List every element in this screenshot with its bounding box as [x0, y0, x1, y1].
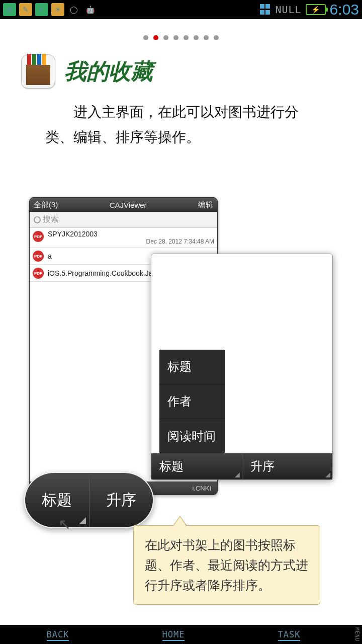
- page-dot[interactable]: [214, 35, 219, 40]
- sort-field-dropdown[interactable]: 标题: [151, 453, 242, 479]
- tutorial-page: 我的收藏 进入主界面，在此可以对图书进行分类、编辑、排序等操作。 全部(3) C…: [0, 19, 362, 625]
- sort-field-dropdown-zoom[interactable]: 标题: [25, 473, 89, 527]
- android-icon: 🤖: [83, 3, 97, 16]
- app-category-count[interactable]: 全部(3): [34, 200, 58, 210]
- nav-back[interactable]: BACK: [0, 629, 116, 639]
- intro-text: 进入主界面，在此可以对图书进行分类、编辑、排序等操作。: [45, 100, 317, 150]
- notif-icon: ☀: [51, 3, 64, 16]
- sort-popup: 标题 作者 阅读时间 标题 升序: [151, 254, 333, 480]
- status-bar-right: NULL ⚡ 6:03: [260, 1, 359, 18]
- battery-icon: ⚡: [306, 4, 326, 15]
- android-nav-bar: BACK HOME TASK MENU: [0, 625, 362, 644]
- list-item[interactable]: PDF SPYJK2012003 Dec 28, 2012 7:34:48 AM: [30, 228, 217, 248]
- status-bar-left: ✿ ✎ ✔ ☀ ◯ 🤖: [3, 3, 97, 16]
- sort-order-dropdown-zoom[interactable]: 升序: [89, 473, 153, 527]
- pdf-icon: PDF: [33, 268, 44, 279]
- apps-icon: [260, 4, 271, 15]
- edit-button[interactable]: 编辑: [198, 200, 213, 210]
- list-item-title: SPYJK2012003: [48, 230, 214, 238]
- notif-icon: ✔: [35, 3, 48, 16]
- charging-icon: ⚡: [311, 6, 320, 14]
- bookshelf-icon: [21, 54, 55, 89]
- app-titlebar: 全部(3) CAJViewer 编辑: [30, 198, 217, 212]
- sort-menu-item[interactable]: 阅读时间: [159, 419, 225, 453]
- page-dot[interactable]: [194, 35, 199, 40]
- sort-order-dropdown[interactable]: 升序: [242, 453, 333, 479]
- status-clock: 6:03: [330, 1, 359, 18]
- list-item-timestamp: Dec 28, 2012 7:34:48 AM: [48, 238, 214, 245]
- page-dot-active[interactable]: [153, 35, 158, 40]
- page-indicator[interactable]: [0, 35, 362, 40]
- pdf-icon: PDF: [33, 251, 44, 262]
- notif-icon: ✎: [19, 3, 32, 16]
- nav-menu-icon[interactable]: MENU: [347, 627, 360, 641]
- search-placeholder: 搜索: [43, 214, 59, 225]
- page-header: 我的收藏: [21, 54, 362, 89]
- sort-bar: 标题 升序: [151, 453, 332, 479]
- search-input[interactable]: 搜索: [30, 212, 217, 228]
- page-dot[interactable]: [143, 35, 148, 40]
- page-dot[interactable]: [163, 35, 168, 40]
- page-dot[interactable]: [184, 35, 189, 40]
- sort-menu-item[interactable]: 标题: [159, 350, 225, 384]
- page-dot[interactable]: [204, 35, 209, 40]
- cursor-icon: ↖: [58, 515, 71, 533]
- sort-menu-item[interactable]: 作者: [159, 384, 225, 419]
- app-brand: i.CNKI: [192, 485, 211, 492]
- signal-null: NULL: [275, 4, 301, 16]
- help-callout: 在此对书架上的图书按照标题、作者、最近阅读的方式进行升序或者降序排序。: [133, 525, 320, 605]
- notif-icon: ◯: [67, 3, 80, 16]
- nav-task[interactable]: TASK: [231, 629, 347, 639]
- page-dot[interactable]: [173, 35, 178, 40]
- notif-icon: ✿: [3, 3, 16, 16]
- sort-menu: 标题 作者 阅读时间: [159, 350, 225, 453]
- zoom-lens: 标题 升序: [24, 472, 154, 528]
- app-title: CAJViewer: [110, 201, 147, 209]
- pdf-icon: PDF: [33, 231, 44, 242]
- page-title: 我的收藏: [64, 57, 153, 87]
- nav-home[interactable]: HOME: [116, 629, 231, 639]
- android-status-bar: ✿ ✎ ✔ ☀ ◯ 🤖 NULL ⚡ 6:03: [0, 0, 362, 19]
